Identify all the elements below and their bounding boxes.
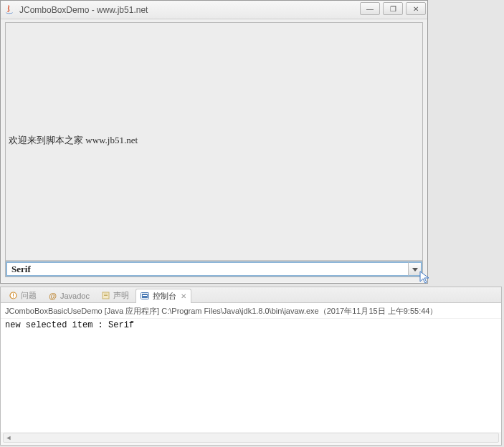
declaration-icon: [101, 291, 110, 300]
content-pane: 欢迎来到脚本之家 www.jb51.net Serif: [5, 22, 423, 277]
tab-declaration[interactable]: 声明: [96, 288, 134, 302]
console-run-header: JComboBoxBasicUseDemo [Java 应用程序] C:\Pro…: [1, 303, 501, 319]
textarea-content: 欢迎来到脚本之家 www.jb51.net: [9, 134, 138, 147]
java-icon: [4, 4, 15, 16]
console-line: new selected item : Serif: [5, 320, 497, 330]
tab-javadoc[interactable]: @ Javadoc: [43, 288, 95, 302]
horizontal-scrollbar[interactable]: ◄: [3, 433, 499, 443]
tab-label: 问题: [21, 290, 37, 301]
console-icon: [141, 292, 150, 301]
tab-problems[interactable]: 问题: [4, 288, 42, 302]
svg-rect-2: [13, 297, 14, 298]
scroll-left-button[interactable]: ◄: [4, 433, 14, 442]
svg-rect-1: [13, 294, 14, 297]
javadoc-icon: @: [48, 291, 57, 300]
svg-rect-4: [104, 294, 108, 294]
tab-label: 控制台: [153, 291, 176, 302]
desktop: JComboBoxDemo - www.jb51.net — ❐ ✕ 欢迎来到脚…: [0, 0, 504, 447]
text-area[interactable]: 欢迎来到脚本之家 www.jb51.net: [6, 23, 422, 261]
console-panel: 问题 @ Javadoc 声明 控制台 ✕ JComboBoxBasicUseD…: [0, 287, 502, 446]
combobox-selected-value[interactable]: Serif: [6, 261, 408, 277]
close-tab-icon[interactable]: ✕: [181, 292, 186, 300]
chevron-down-icon: [412, 264, 418, 274]
console-output[interactable]: new selected item : Serif: [1, 319, 501, 432]
tab-bar: 问题 @ Javadoc 声明 控制台 ✕: [1, 287, 501, 303]
minimize-button[interactable]: —: [360, 2, 380, 15]
svg-rect-5: [104, 295, 108, 296]
font-combobox[interactable]: Serif: [6, 261, 422, 277]
tab-label: Javadoc: [60, 292, 90, 300]
combobox-dropdown-button[interactable]: [408, 261, 422, 277]
problems-icon: [9, 291, 18, 300]
maximize-button[interactable]: ❐: [383, 2, 403, 15]
tab-label: 声明: [113, 290, 129, 301]
svg-rect-8: [143, 295, 147, 296]
close-button[interactable]: ✕: [406, 2, 426, 15]
tab-console[interactable]: 控制台 ✕: [135, 289, 191, 303]
titlebar[interactable]: JComboBoxDemo - www.jb51.net — ❐ ✕: [1, 1, 427, 19]
window-controls: — ❐ ✕: [357, 2, 426, 15]
java-window: JComboBoxDemo - www.jb51.net — ❐ ✕ 欢迎来到脚…: [0, 0, 428, 284]
